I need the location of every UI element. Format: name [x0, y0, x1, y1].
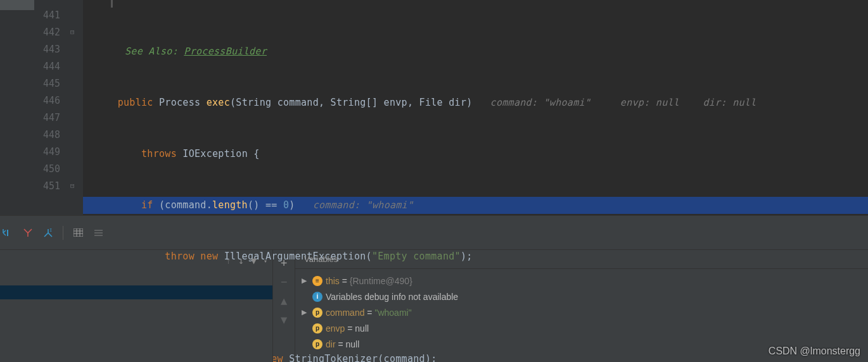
variables-list[interactable]: ▶ ≡ this = {Runtime@490} i Variables deb…	[295, 269, 868, 356]
object-badge-icon: ≡	[312, 276, 322, 286]
expand-icon[interactable]: ▶	[302, 308, 309, 316]
inline-hint: command: "whoami"	[313, 199, 414, 211]
code-line[interactable]: public Process exec(String command, Stri…	[83, 94, 868, 111]
variable-row[interactable]: ▶ ≡ this = {Runtime@490}	[300, 273, 863, 289]
expand-icon[interactable]: ▶	[302, 277, 309, 285]
frames-list[interactable]	[0, 272, 272, 362]
line-number[interactable]: 446	[34, 92, 60, 109]
code-line-current[interactable]: if (command.length() == 0) command: "who…	[83, 197, 868, 214]
step-over-icon[interactable]	[2, 227, 13, 239]
step-out-icon[interactable]: I	[42, 227, 54, 239]
param-badge-icon: p	[312, 339, 322, 349]
info-badge-icon: i	[312, 292, 322, 302]
settings-icon[interactable]	[93, 227, 104, 239]
variable-row[interactable]: p envp = null	[300, 320, 863, 336]
line-number[interactable]: 448	[34, 127, 60, 144]
line-number[interactable]: 444	[34, 58, 60, 75]
frame-row[interactable]	[0, 299, 272, 313]
param-badge-icon: p	[312, 323, 322, 334]
watches-toolbar: + − ▲ ▼	[272, 250, 295, 362]
add-watch-icon[interactable]: +	[281, 256, 287, 269]
inline-hint: envp: null	[620, 97, 679, 108]
watch-down-icon[interactable]: ▼	[281, 313, 287, 326]
svg-rect-2	[73, 228, 83, 237]
frame-row[interactable]	[0, 272, 272, 285]
filter-icon[interactable]: ▼	[251, 255, 257, 266]
code-content[interactable]: See Also: ProcessBuilder public Process …	[83, 0, 868, 215]
svg-rect-0	[7, 230, 8, 236]
line-number[interactable]: 442	[34, 24, 60, 41]
param-badge-icon: p	[312, 308, 322, 318]
fold-column: ⊟ ⊟	[69, 0, 83, 215]
fold-mark-icon[interactable]: ⊟	[70, 182, 75, 190]
line-number[interactable]: 451	[34, 178, 60, 195]
javadoc-bar	[111, 0, 113, 8]
separator	[63, 226, 63, 240]
editor-area: 441 442 443 444 445 446 447 448 449 450 …	[0, 0, 868, 215]
line-number[interactable]: 450	[34, 161, 60, 178]
frame-row-selected[interactable]	[0, 285, 272, 299]
dropdown-icon[interactable]: ▾	[264, 258, 267, 265]
frame-down-icon[interactable]: ↓	[238, 255, 244, 266]
grid-icon[interactable]	[72, 227, 84, 239]
frame-up-icon[interactable]: ↑	[226, 255, 231, 266]
debug-area: ↑ ↓ ▼ ▾ + − ▲ ▼ Variables ▶ ≡ this = {Ru…	[0, 249, 868, 362]
watch-up-icon[interactable]: ▲	[281, 294, 287, 307]
line-number[interactable]: 449	[34, 144, 60, 161]
watermark: CSDN @lmonstergg	[769, 346, 860, 357]
step-into-icon[interactable]	[22, 227, 34, 239]
frames-pane: ↑ ↓ ▼ ▾	[0, 250, 272, 362]
left-stub	[0, 0, 34, 215]
frames-toolbar: ↑ ↓ ▼ ▾	[0, 250, 272, 272]
line-number[interactable]: 447	[34, 109, 60, 127]
line-number[interactable]: 445	[34, 75, 60, 92]
see-also-link[interactable]: ProcessBuilder	[184, 46, 267, 57]
code-line[interactable]: throws IOException {	[83, 146, 868, 163]
line-number[interactable]: 441	[34, 7, 60, 24]
variable-row[interactable]: i Variables debug info not available	[300, 289, 863, 304]
line-gutter: 441 442 443 444 445 446 447 448 449 450 …	[34, 0, 69, 215]
inline-hint: command: "whoami"	[490, 97, 591, 108]
inline-hint: dir: null	[703, 97, 756, 108]
svg-text:I: I	[49, 228, 52, 233]
remove-watch-icon[interactable]: −	[281, 275, 287, 288]
fold-mark-icon[interactable]: ⊟	[70, 28, 75, 36]
variables-title: Variables	[295, 250, 868, 269]
line-number[interactable]: 443	[34, 41, 60, 58]
variable-row[interactable]: ▶ p command = "whoami"	[300, 304, 863, 320]
see-also-label: See Also:	[125, 46, 178, 57]
